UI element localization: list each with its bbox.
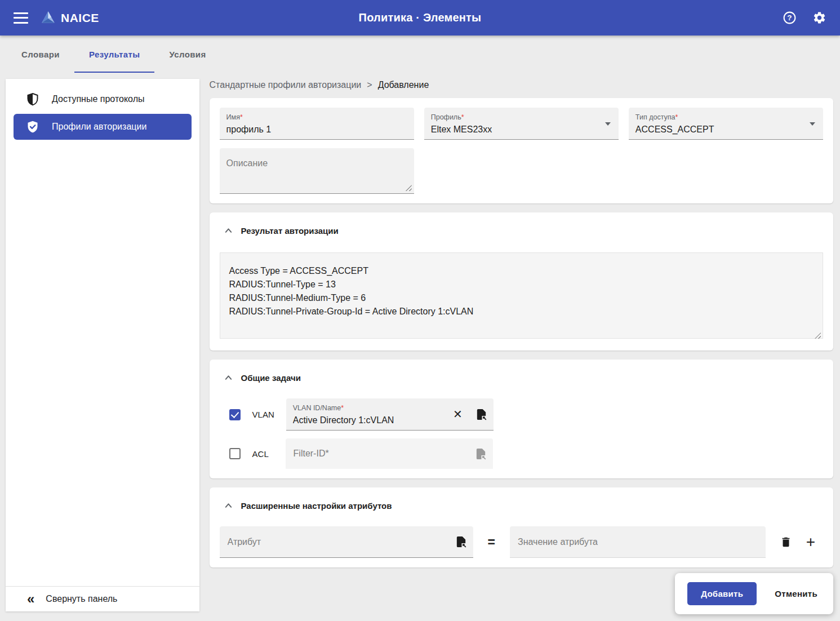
vlan-checkbox[interactable] <box>229 409 241 420</box>
breadcrumb: Стандартные профили авторизации > Добавл… <box>210 80 833 90</box>
profile-select-value: Eltex MES23xx <box>431 125 612 135</box>
profile-select-label: Профиль <box>431 113 461 121</box>
tab-slovari[interactable]: Словари <box>7 36 74 73</box>
sidebar-item-available-protocols[interactable]: Доступные протоколы <box>6 86 199 113</box>
access-type-select-value: ACCESS_ACCEPT <box>635 125 816 135</box>
attribute-input[interactable] <box>226 536 444 548</box>
profile-select[interactable]: Профиль* Eltex MES23xx <box>424 108 619 140</box>
pick-from-dictionary-button[interactable] <box>455 535 468 548</box>
sidebar: Доступные протоколы Профили авторизации … <box>6 79 199 611</box>
description-textarea[interactable] <box>220 148 414 193</box>
vlan-task-row: VLAN VLAN ID/Name* ✕ <box>229 398 823 431</box>
chevron-up-icon <box>223 500 234 511</box>
breadcrumb-separator-icon: > <box>367 80 372 90</box>
menu-icon[interactable] <box>14 12 28 24</box>
chevron-up-icon <box>223 372 234 383</box>
add-attribute-button[interactable]: + <box>798 534 823 550</box>
required-asterisk: * <box>240 113 243 121</box>
shield-check-icon <box>26 120 39 134</box>
naice-logo-icon <box>41 10 56 25</box>
chevron-up-icon <box>223 225 234 236</box>
page-title: Политика · Элементы <box>359 11 482 24</box>
acl-task-row: ACL <box>229 438 823 469</box>
main-content: Стандартные профили авторизации > Добавл… <box>210 80 833 576</box>
section-title: Расширенные настройки атрибутов <box>241 501 392 511</box>
profile-form-card: Имя* Профиль* Eltex MES23xx Тип доступа*… <box>210 98 833 203</box>
top-tabs: Словари Результаты Условия <box>0 36 840 73</box>
clear-icon[interactable]: ✕ <box>453 409 463 420</box>
attribute-value-input[interactable] <box>517 536 736 548</box>
sidebar-item-label: Доступные протоколы <box>52 94 144 104</box>
authorization-result-textarea[interactable]: Access Type = ACCESS_ACCEPT RADIUS:Tunne… <box>220 252 823 339</box>
brand: NAICE <box>41 10 99 25</box>
required-asterisk: * <box>461 113 464 121</box>
collapse-section-button[interactable] <box>223 500 234 511</box>
access-type-select-label: Тип доступа <box>635 113 675 121</box>
double-chevron-left-icon: « <box>27 592 34 606</box>
tab-usloviya[interactable]: Условия <box>154 36 220 73</box>
pick-from-dictionary-button <box>474 447 487 460</box>
name-field[interactable]: Имя* <box>220 108 414 140</box>
brand-name: NAICE <box>61 11 99 25</box>
submit-button[interactable]: Добавить <box>687 582 757 605</box>
name-field-label: Имя <box>226 113 240 121</box>
plus-icon: + <box>806 534 815 550</box>
advanced-attributes-card: Расширенные настройки атрибутов <box>210 487 833 567</box>
shield-icon <box>26 92 39 106</box>
required-asterisk: * <box>341 404 344 412</box>
gear-icon <box>812 11 826 25</box>
dropdown-arrow-icon[interactable] <box>810 122 815 128</box>
authorization-result-card: Результат авторизации Access Type = ACCE… <box>210 212 833 351</box>
app-bar: NAICE Политика · Элементы ? <box>0 0 840 36</box>
tab-rezultaty[interactable]: Результаты <box>74 36 154 73</box>
equals-icon: = <box>488 535 495 550</box>
sidebar-item-label: Профили авторизации <box>52 122 146 132</box>
file-open-icon <box>475 408 488 421</box>
attribute-value-field[interactable] <box>510 526 766 558</box>
cancel-button[interactable]: Отменить <box>771 588 821 599</box>
filter-id-field[interactable] <box>286 438 493 469</box>
vlan-checkbox-label: VLAN <box>252 410 274 419</box>
breadcrumb-parent[interactable]: Стандартные профили авторизации <box>210 80 362 90</box>
question-mark-icon: ? <box>787 14 792 22</box>
access-type-select[interactable]: Тип доступа* ACCESS_ACCEPT <box>629 108 823 140</box>
delete-attribute-button[interactable] <box>774 536 798 548</box>
required-asterisk: * <box>675 113 678 121</box>
vlan-id-field-label: VLAN ID/Name <box>293 404 341 412</box>
dropdown-arrow-icon[interactable] <box>605 122 611 128</box>
collapse-panel-label: Свернуть панель <box>46 594 117 604</box>
file-open-icon <box>455 535 468 548</box>
filter-id-input[interactable] <box>292 448 466 459</box>
breadcrumb-current: Добавление <box>378 80 429 90</box>
collapse-section-button[interactable] <box>223 372 234 383</box>
trash-icon <box>780 536 792 548</box>
acl-checkbox[interactable] <box>229 448 241 459</box>
section-title: Результат авторизации <box>241 226 339 236</box>
description-field[interactable] <box>220 148 414 194</box>
name-input[interactable] <box>226 125 407 135</box>
settings-button[interactable] <box>812 11 826 25</box>
section-title: Общие задачи <box>241 373 301 383</box>
collapse-panel-button[interactable]: « Свернуть панель <box>6 586 199 611</box>
form-actions: Добавить Отменить <box>675 573 833 614</box>
vlan-id-field[interactable]: VLAN ID/Name* ✕ <box>286 398 494 431</box>
common-tasks-card: Общие задачи VLAN VLAN ID/Name* ✕ <box>210 360 833 478</box>
help-button[interactable]: ? <box>783 11 797 25</box>
acl-checkbox-label: ACL <box>252 449 274 459</box>
attribute-field[interactable] <box>220 526 473 558</box>
collapse-section-button[interactable] <box>223 225 234 236</box>
attribute-row: = + <box>220 526 823 558</box>
pick-from-dictionary-button[interactable] <box>475 408 488 421</box>
vlan-id-input[interactable] <box>293 415 434 425</box>
sidebar-item-authorization-profiles[interactable]: Профили авторизации <box>14 114 192 140</box>
file-open-icon <box>474 447 487 460</box>
